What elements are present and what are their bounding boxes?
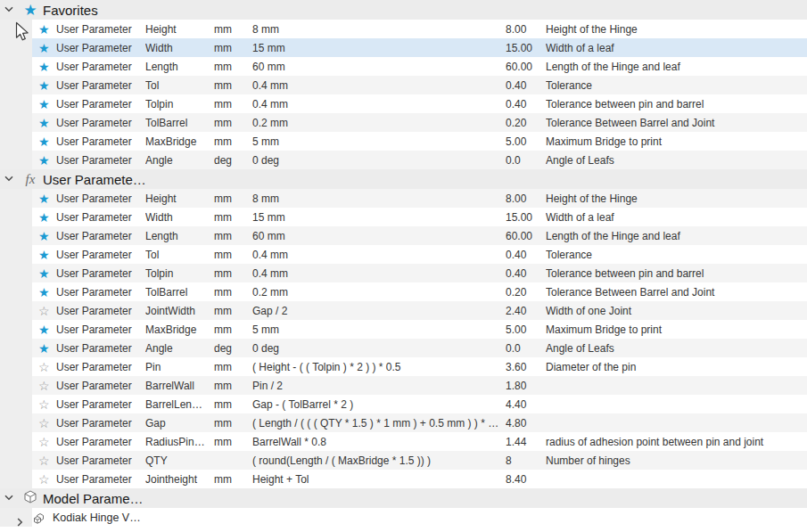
parameter-name-cell[interactable]: TolBarrel (145, 117, 214, 129)
parameter-row-user-parameters-MaxBridge[interactable]: ★ User Parameter MaxBridge mm 5 mm 5.00 … (0, 320, 807, 339)
parameter-row-user-parameters-Length[interactable]: ★ User Parameter Length mm 60 mm 60.00 L… (0, 226, 807, 245)
parameter-expression-cell[interactable]: 0.4 mm (252, 249, 506, 261)
parameter-comment-cell[interactable]: Tolerance (546, 249, 807, 261)
chevron-down-icon[interactable] (4, 176, 13, 182)
parameter-expression-cell[interactable]: 0.4 mm (252, 98, 506, 110)
parameter-comment-cell[interactable]: Tolerance between pin and barrel (546, 98, 807, 110)
favorite-star-icon[interactable]: ★ (32, 98, 56, 110)
parameter-row-user-parameters-Jointheight[interactable]: ☆ User Parameter Jointheight mm Height +… (0, 470, 807, 488)
parameter-name-cell[interactable]: Jointheight (145, 473, 214, 486)
parameter-name-cell[interactable]: MaxBridge (145, 323, 214, 336)
parameter-expression-cell[interactable]: 0 deg (252, 342, 506, 355)
parameter-comment-cell[interactable]: Height of the Hinge (546, 23, 807, 36)
parameter-name-cell[interactable]: Width (145, 42, 214, 54)
favorite-star-icon[interactable]: ★ (32, 211, 56, 224)
parameter-row-favorites-Tol[interactable]: ★ User Parameter Tol mm 0.4 mm 0.40 Tole… (0, 76, 807, 94)
favorite-star-icon[interactable]: ★ (32, 342, 56, 355)
parameter-name-cell[interactable]: Angle (145, 342, 214, 355)
section-header-user-parameters[interactable]: fx User Paramete… (0, 169, 807, 189)
parameter-row-user-parameters-BarrelWall[interactable]: ☆ User Parameter BarrelWall mm Pin / 2 1… (0, 376, 807, 395)
parameter-row-user-parameters-Height[interactable]: ★ User Parameter Height mm 8 mm 8.00 Hei… (0, 189, 807, 208)
parameter-comment-cell[interactable]: Height of the Hinge (546, 192, 807, 205)
parameter-expression-cell[interactable]: 0.4 mm (252, 79, 506, 92)
parameter-name-cell[interactable]: JointWidth (145, 305, 214, 317)
parameter-expression-cell[interactable]: 60 mm (252, 230, 506, 242)
parameter-name-cell[interactable]: Gap (145, 417, 214, 430)
parameter-name-cell[interactable]: Pin (145, 361, 214, 373)
parameter-name-cell[interactable]: Angle (145, 154, 214, 167)
parameter-expression-cell[interactable]: 0.2 mm (252, 117, 506, 129)
parameter-comment-cell[interactable]: Width of one Joint (546, 305, 807, 317)
favorite-star-icon[interactable]: ☆ (32, 454, 56, 467)
parameter-expression-cell[interactable]: ( round(Length / ( MaxBridge * 1.5 )) ) (252, 454, 506, 467)
parameter-row-favorites-Tolpin[interactable]: ★ User Parameter Tolpin mm 0.4 mm 0.40 T… (0, 94, 807, 113)
parameter-comment-cell[interactable]: Diameter of the pin (546, 361, 807, 373)
parameter-expression-cell[interactable]: 15 mm (252, 42, 506, 54)
parameter-expression-cell[interactable]: ( Height - ( ( Tolpin ) * 2 ) ) * 0.5 (252, 361, 506, 373)
parameter-name-cell[interactable]: TolBarrel (145, 286, 214, 299)
parameter-name-cell[interactable]: Tol (145, 249, 214, 261)
favorite-star-icon[interactable]: ★ (32, 249, 56, 261)
parameter-expression-cell[interactable]: Pin / 2 (252, 380, 506, 392)
parameter-expression-cell[interactable]: Gap / 2 (252, 305, 506, 317)
section-header-model-parameters[interactable]: Model Parame… (0, 488, 807, 508)
section-header-favorites[interactable]: ★ Favorites (0, 0, 807, 20)
favorite-star-icon[interactable]: ☆ (32, 380, 56, 392)
favorite-star-icon[interactable]: ★ (32, 79, 56, 92)
model-tree-item[interactable]: Kodiak Hinge V… (0, 508, 807, 527)
parameter-name-cell[interactable]: Tol (145, 79, 214, 92)
parameter-comment-cell[interactable]: Maximum Bridge to print (546, 135, 807, 148)
parameter-expression-cell[interactable]: Gap - ( TolBarrel * 2 ) (252, 398, 506, 411)
parameter-comment-cell[interactable]: Tolerance (546, 79, 807, 92)
favorite-star-icon[interactable]: ★ (32, 192, 56, 205)
parameter-name-cell[interactable]: Length (145, 61, 214, 73)
favorite-star-icon[interactable]: ★ (32, 117, 56, 129)
parameter-expression-cell[interactable]: 5 mm (252, 323, 506, 336)
favorite-star-icon[interactable]: ★ (32, 323, 56, 336)
parameter-name-cell[interactable]: Width (145, 211, 214, 224)
parameter-row-favorites-MaxBridge[interactable]: ★ User Parameter MaxBridge mm 5 mm 5.00 … (0, 132, 807, 151)
parameter-name-cell[interactable]: MaxBridge (145, 135, 214, 148)
parameter-expression-cell[interactable]: Height + Tol (252, 473, 506, 486)
parameter-expression-cell[interactable]: 0 deg (252, 154, 506, 167)
parameter-row-user-parameters-QTY[interactable]: ☆ User Parameter QTY ( round(Length / ( … (0, 451, 807, 470)
parameter-expression-cell[interactable]: 60 mm (252, 61, 506, 73)
parameter-comment-cell[interactable]: Length of the Hinge and leaf (546, 61, 807, 73)
parameter-expression-cell[interactable]: 15 mm (252, 211, 506, 224)
parameter-row-user-parameters-JointWidth[interactable]: ☆ User Parameter JointWidth mm Gap / 2 2… (0, 301, 807, 320)
favorite-star-icon[interactable]: ★ (32, 61, 56, 73)
parameter-comment-cell[interactable]: Angle of Leafs (546, 154, 807, 167)
parameter-name-cell[interactable]: Tolpin (145, 267, 214, 280)
parameter-row-favorites-TolBarrel[interactable]: ★ User Parameter TolBarrel mm 0.2 mm 0.2… (0, 113, 807, 132)
parameter-expression-cell[interactable]: 8 mm (252, 192, 506, 205)
chevron-down-icon[interactable] (4, 6, 13, 12)
favorite-star-icon[interactable]: ☆ (32, 473, 56, 486)
favorite-star-icon[interactable]: ★ (32, 154, 56, 167)
parameter-comment-cell[interactable]: Width of a leaf (546, 211, 807, 224)
parameter-row-user-parameters-Gap[interactable]: ☆ User Parameter Gap mm ( Length / ( ( (… (0, 413, 807, 432)
parameter-comment-cell[interactable]: Number of hinges (546, 454, 807, 467)
parameter-comment-cell[interactable]: Width of a leaf (546, 42, 807, 54)
chevron-right-icon[interactable] (17, 514, 23, 530)
parameter-row-user-parameters-Angle[interactable]: ★ User Parameter Angle deg 0 deg 0.0 Ang… (0, 339, 807, 357)
parameter-comment-cell[interactable]: radius of adhesion point between pin and… (546, 436, 807, 448)
parameter-row-favorites-Width[interactable]: ★ User Parameter Width mm 15 mm 15.00 Wi… (0, 38, 807, 57)
favorite-star-icon[interactable]: ★ (32, 230, 56, 242)
parameter-row-user-parameters-Tolpin[interactable]: ★ User Parameter Tolpin mm 0.4 mm 0.40 T… (0, 264, 807, 282)
parameter-row-user-parameters-TolBarrel[interactable]: ★ User Parameter TolBarrel mm 0.2 mm 0.2… (0, 282, 807, 301)
chevron-down-icon[interactable] (4, 495, 13, 501)
parameter-expression-cell[interactable]: 0.4 mm (252, 267, 506, 280)
parameter-name-cell[interactable]: Length (145, 230, 214, 242)
parameter-row-user-parameters-RadiusPin…[interactable]: ☆ User Parameter RadiusPin… mm BarrelWal… (0, 432, 807, 451)
parameter-row-user-parameters-Tol[interactable]: ★ User Parameter Tol mm 0.4 mm 0.40 Tole… (0, 245, 807, 264)
parameter-name-cell[interactable]: BarrelLen… (145, 398, 214, 411)
parameter-expression-cell[interactable]: 5 mm (252, 135, 506, 148)
favorite-star-icon[interactable]: ☆ (32, 361, 56, 373)
parameter-comment-cell[interactable]: Tolerance Between Barrel and Joint (546, 286, 807, 299)
parameter-name-cell[interactable]: Height (145, 23, 214, 36)
parameter-name-cell[interactable]: Height (145, 192, 214, 205)
favorite-star-icon[interactable]: ☆ (32, 417, 56, 430)
parameter-expression-cell[interactable]: 8 mm (252, 23, 506, 36)
favorite-star-icon[interactable]: ☆ (32, 436, 56, 448)
parameter-row-user-parameters-Width[interactable]: ★ User Parameter Width mm 15 mm 15.00 Wi… (0, 208, 807, 226)
